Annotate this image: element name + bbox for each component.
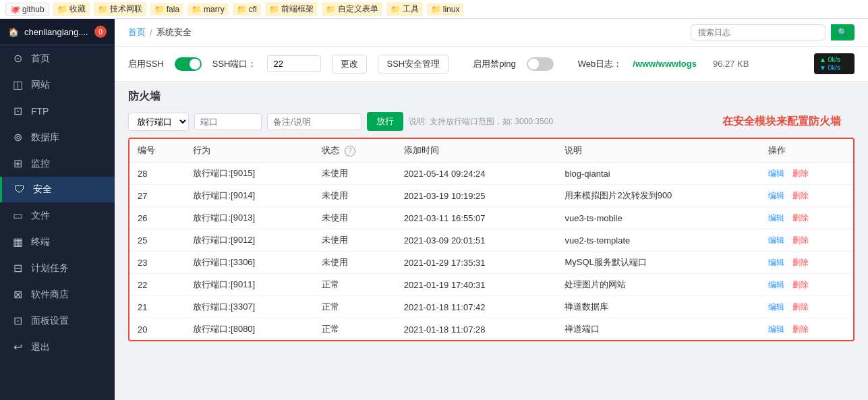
bookmark-linux[interactable]: 📁 linux — [427, 3, 464, 16]
weblog-path[interactable]: /www/wwwlogs — [633, 59, 697, 69]
sidebar-appstore-label: 软件商店 — [31, 289, 69, 301]
edit-button[interactable]: 编辑 — [768, 280, 784, 289]
cell-note: 禅道数据库 — [556, 296, 760, 318]
update-port-button[interactable]: 更改 — [332, 55, 367, 74]
cell-operations: 编辑 删除 — [760, 296, 853, 318]
cell-id: 25 — [129, 229, 185, 252]
bookmark-favorites[interactable]: 📁 收藏 — [53, 2, 90, 16]
sidebar: 🏠 chenliangiang.... 0 ⊙ 首页 ◫ 网站 ⊡ FTP ⊚ … — [0, 19, 115, 400]
folder-icon5: 📁 — [237, 5, 247, 14]
sidebar-item-files[interactable]: ▭ 文件 — [0, 202, 115, 229]
sidebar-item-monitor[interactable]: ⊞ 监控 — [0, 150, 115, 177]
delete-button[interactable]: 删除 — [792, 258, 809, 267]
bookmark-fala[interactable]: 📁 fala — [150, 3, 183, 16]
cell-status: 未使用 — [314, 163, 395, 185]
enable-ssh-label: 启用SSH — [128, 58, 164, 70]
bookmark-frontend[interactable]: 📁 前端框架 — [265, 2, 318, 16]
delete-button[interactable]: 删除 — [792, 280, 809, 289]
bookmark-custom-form-label: 自定义表单 — [338, 3, 378, 15]
cell-time: 2021-03-09 20:01:51 — [396, 229, 557, 252]
bookmark-github[interactable]: 🐙 github — [5, 3, 49, 16]
sidebar-item-panel-settings[interactable]: ⊡ 面板设置 — [0, 308, 115, 334]
port-input[interactable] — [194, 113, 262, 130]
cell-status: 正常 — [314, 274, 395, 296]
download-speed-value: 0k/s — [828, 64, 840, 72]
table-row: 25 放行端口:[9012] 未使用 2021-03-09 20:01:51 v… — [129, 229, 853, 252]
bookmark-tools[interactable]: 📁 工具 — [386, 2, 423, 16]
ssh-toggle[interactable] — [175, 57, 202, 71]
edit-button[interactable]: 编辑 — [768, 302, 784, 312]
search-button[interactable]: 🔍 — [831, 24, 855, 40]
firewall-type-select[interactable]: 放行端口 ∨ 拦截IP 放行IP — [128, 113, 189, 131]
bookmark-marry[interactable]: 📁 marry — [187, 3, 229, 16]
bookmark-marry-label: marry — [204, 5, 225, 14]
firewall-table-container: 编号 行为 状态 ? 添加时间 说明 操作 28 放行端口:[9015] 未使用… — [128, 138, 855, 341]
delete-button[interactable]: 删除 — [792, 324, 809, 334]
speed-widget: ▲ 0k/s ▼ 0k/s — [814, 53, 855, 74]
folder-icon: 📁 — [57, 5, 67, 14]
sidebar-monitor-label: 监控 — [31, 158, 50, 170]
sidebar-item-database[interactable]: ⊚ 数据库 — [0, 124, 115, 150]
weblog-label: Web日志： — [578, 58, 623, 70]
ssh-port-input[interactable] — [267, 55, 321, 72]
sidebar-item-ftp[interactable]: ⊡ FTP — [0, 98, 115, 124]
cell-status: 未使用 — [314, 252, 395, 274]
delete-button[interactable]: 删除 — [792, 213, 809, 223]
sidebar-cron-label: 计划任务 — [31, 262, 69, 275]
delete-button[interactable]: 删除 — [792, 302, 809, 312]
cell-action: 放行端口:[9013] — [185, 207, 314, 229]
content-area: 首页 / 系统安全 🔍 启用SSH SSH端口： 更改 SSH安全管理 启用禁p… — [115, 19, 868, 400]
cell-status: 正常 — [314, 296, 395, 318]
home-icon: 🏠 — [8, 27, 19, 37]
edit-button[interactable]: 编辑 — [768, 324, 784, 334]
remark-input[interactable] — [267, 113, 361, 130]
toggle-knob — [190, 59, 200, 69]
folder-icon8: 📁 — [390, 5, 401, 14]
delete-button[interactable]: 删除 — [792, 169, 809, 178]
cell-time: 2021-03-11 16:55:07 — [396, 207, 557, 229]
table-row: 27 放行端口:[9014] 未使用 2021-03-19 10:19:25 用… — [129, 185, 853, 207]
sidebar-item-home[interactable]: ⊙ 首页 — [0, 45, 115, 72]
bookmark-bar: 🐙 github 📁 收藏 📁 技术网联 📁 fala 📁 marry 📁 cf… — [0, 0, 868, 19]
up-arrow-icon: ▲ — [819, 56, 828, 63]
search-input[interactable] — [691, 24, 826, 40]
folder-icon2: 📁 — [98, 5, 108, 14]
cell-time: 2021-01-29 17:35:31 — [396, 252, 557, 274]
sidebar-logout-label: 退出 — [31, 341, 50, 353]
breadcrumb-home[interactable]: 首页 — [128, 26, 146, 38]
delete-button[interactable]: 删除 — [792, 235, 809, 245]
edit-button[interactable]: 编辑 — [768, 235, 784, 245]
ssh-manage-button[interactable]: SSH安全管理 — [378, 55, 449, 74]
sidebar-item-cron[interactable]: ⊟ 计划任务 — [0, 255, 115, 281]
cell-id: 27 — [129, 185, 185, 207]
cell-time: 2021-01-18 11:07:28 — [396, 318, 557, 341]
sidebar-website-label: 网站 — [31, 79, 50, 91]
sidebar-item-website[interactable]: ◫ 网站 — [0, 72, 115, 98]
cell-time: 2021-03-19 10:19:25 — [396, 185, 557, 207]
edit-button[interactable]: 编辑 — [768, 169, 784, 178]
status-help-icon[interactable]: ? — [345, 146, 355, 156]
download-speed: ▼ 0k/s — [819, 64, 849, 72]
sidebar-item-security[interactable]: 🛡 安全 — [0, 177, 115, 202]
delete-button[interactable]: 删除 — [792, 191, 809, 200]
col-ops: 操作 — [760, 139, 853, 163]
cell-note: vue3-ts-mobile — [556, 207, 760, 229]
monitor-icon: ⊞ — [11, 157, 24, 170]
edit-button[interactable]: 编辑 — [768, 258, 784, 267]
sidebar-item-terminal[interactable]: ▦ 终端 — [0, 229, 115, 255]
bookmark-tech[interactable]: 📁 技术网联 — [94, 2, 146, 16]
col-action: 行为 — [185, 139, 314, 163]
edit-button[interactable]: 编辑 — [768, 213, 784, 223]
bookmark-cfl[interactable]: 📁 cfl — [233, 3, 261, 16]
ping-toggle[interactable] — [527, 57, 554, 71]
add-rule-button[interactable]: 放行 — [367, 112, 403, 131]
col-id: 编号 — [129, 139, 185, 163]
firewall-table: 编号 行为 状态 ? 添加时间 说明 操作 28 放行端口:[9015] 未使用… — [129, 139, 853, 340]
table-row: 23 放行端口:[3306] 未使用 2021-01-29 17:35:31 M… — [129, 252, 853, 274]
bookmark-custom-form[interactable]: 📁 自定义表单 — [322, 2, 382, 16]
cell-id: 21 — [129, 296, 185, 318]
edit-button[interactable]: 编辑 — [768, 191, 784, 200]
home-nav-icon: ⊙ — [11, 52, 24, 65]
sidebar-item-appstore[interactable]: ⊠ 软件商店 — [0, 281, 115, 308]
sidebar-item-logout[interactable]: ↩ 退出 — [0, 334, 115, 360]
